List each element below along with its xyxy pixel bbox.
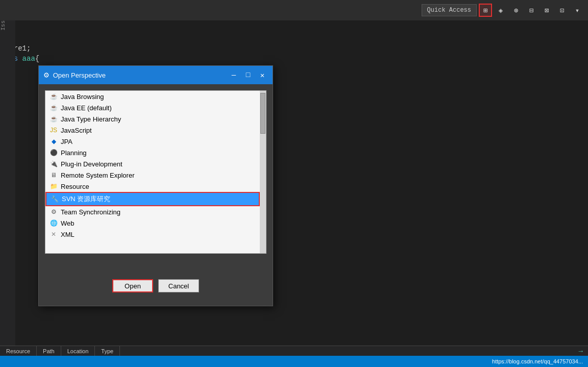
java-ee-icon: ☕ <box>50 104 58 112</box>
remote-label: Remote System Explorer <box>61 172 135 179</box>
remote-icon: 🖥 <box>50 171 58 179</box>
dialog-title-text: Open Perspective <box>53 71 225 79</box>
tab-type[interactable]: Type <box>95 346 120 356</box>
planning-icon: ⚫ <box>50 149 58 157</box>
tab-location[interactable]: Location <box>61 346 95 356</box>
list-item[interactable]: ⚙ Team Synchronizing <box>45 206 260 217</box>
team-icon: ⚙ <box>50 208 58 216</box>
list-scrollbar[interactable] <box>260 91 266 253</box>
tab-path[interactable]: Path <box>37 346 61 356</box>
svn-label: SVN 资源库研究 <box>62 194 110 204</box>
list-item[interactable]: 🖥 Remote System Explorer <box>45 169 260 181</box>
plugin-label: Plug-in Development <box>61 160 122 168</box>
jpa-icon: ◆ <box>50 137 58 145</box>
dialog-maximize-btn[interactable]: □ <box>243 70 253 80</box>
list-item[interactable]: 📁 Resource <box>45 181 260 192</box>
status-bar: https://blog.csdn.net/qq_44757034... <box>0 356 588 367</box>
java-hierarchy-icon: ☕ <box>50 115 58 123</box>
list-scrollbar-thumb[interactable] <box>260 93 265 134</box>
planning-label: Planning <box>61 149 87 157</box>
web-icon: 🌐 <box>50 219 58 227</box>
list-item[interactable]: ⚫ Planning <box>45 147 260 158</box>
dialog-close-btn[interactable]: ✕ <box>257 70 267 80</box>
status-url: https://blog.csdn.net/qq_44757034... <box>492 358 583 364</box>
xml-icon: ✕ <box>50 230 58 238</box>
list-item[interactable]: ☕ Java Browsing <box>45 91 260 102</box>
list-item[interactable]: ◆ JPA <box>45 136 260 147</box>
web-label: Web <box>61 219 75 227</box>
dialog-buttons: Open Cancel <box>45 274 266 300</box>
jpa-label: JPA <box>61 138 72 145</box>
dialog-titlebar: ⚙ Open Perspective — □ ✕ <box>39 66 273 84</box>
dialog-minimize-btn[interactable]: — <box>229 70 239 80</box>
list-item[interactable]: JS JavaScript <box>45 125 260 136</box>
dialog-overlay: ⚙ Open Perspective — □ ✕ ☕ Java Browsing… <box>0 0 588 367</box>
open-perspective-dialog: ⚙ Open Perspective — □ ✕ ☕ Java Browsing… <box>38 65 273 306</box>
open-button[interactable]: Open <box>112 279 153 292</box>
plugin-icon: 🔌 <box>50 160 58 168</box>
svn-list-item[interactable]: 🔧 SVN 资源库研究 <box>45 192 260 206</box>
svn-icon: 🔧 <box>51 195 59 203</box>
arrow-right-icon: → <box>579 347 583 355</box>
list-item[interactable]: ☕ Java EE (default) <box>45 102 260 113</box>
team-label: Team Synchronizing <box>61 208 120 216</box>
java-browsing-icon: ☕ <box>50 92 58 101</box>
javascript-label: JavaScript <box>61 127 92 134</box>
java-browsing-label: Java Browsing <box>61 93 104 101</box>
resource-label: Resource <box>61 183 89 190</box>
list-item[interactable]: 🔌 Plug-in Development <box>45 158 260 169</box>
list-item[interactable]: ☕ Java Type Hierarchy <box>45 113 260 125</box>
cancel-button[interactable]: Cancel <box>158 279 199 292</box>
dialog-body: ☕ Java Browsing ☕ Java EE (default) ☕ Ja… <box>39 84 273 306</box>
dialog-title-icon: ⚙ <box>44 70 49 80</box>
list-item[interactable]: 🌐 Web <box>45 217 260 229</box>
resource-icon: 📁 <box>50 182 58 190</box>
list-content: ☕ Java Browsing ☕ Java EE (default) ☕ Ja… <box>45 91 260 253</box>
xml-label: XML <box>61 231 75 238</box>
list-item[interactable]: ✕ XML <box>45 229 260 240</box>
javascript-icon: JS <box>50 126 58 134</box>
tab-resource[interactable]: Resource <box>0 346 37 356</box>
java-ee-label: Java EE (default) <box>61 104 112 112</box>
bottom-tabs: Resource Path Location Type → <box>0 346 588 356</box>
perspectives-list[interactable]: ☕ Java Browsing ☕ Java EE (default) ☕ Ja… <box>45 90 266 254</box>
java-hierarchy-label: Java Type Hierarchy <box>61 115 121 123</box>
